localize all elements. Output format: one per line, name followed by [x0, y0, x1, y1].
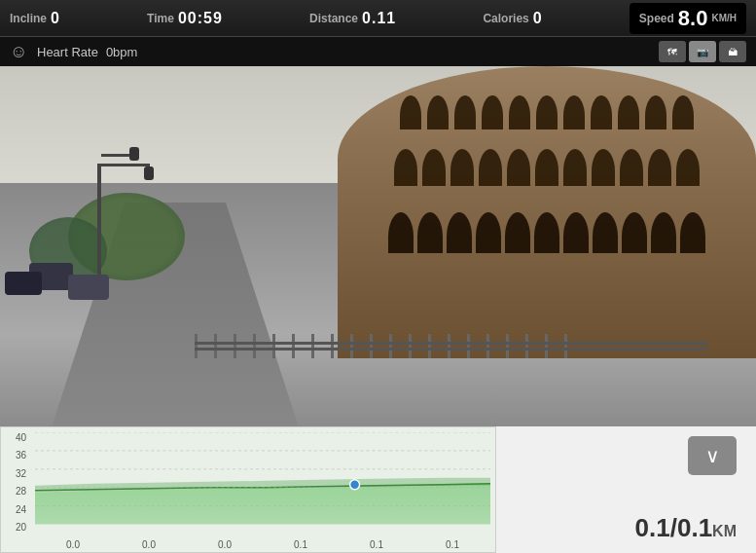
- distance-unit: KM: [712, 523, 737, 539]
- arch-row-mid: [345, 149, 748, 186]
- distance-total: 0.1: [677, 513, 712, 542]
- streetlight: [97, 164, 101, 280]
- distance-label: Distance: [309, 12, 358, 25]
- time-label: Time: [147, 12, 174, 25]
- car-3: [68, 275, 109, 300]
- distance-current: 0.1: [635, 513, 670, 542]
- speed-label: Speed: [639, 12, 674, 25]
- light-pole: [97, 164, 101, 280]
- elevation-chart: 40 36 32 28 24 20: [0, 426, 496, 553]
- colosseum-body: [338, 66, 756, 358]
- chevron-icon: ∨: [705, 444, 720, 467]
- location-marker: [350, 480, 360, 490]
- y-label-28: 28: [16, 486, 26, 497]
- map-button-group[interactable]: 🗺 📷 🏔: [659, 41, 746, 62]
- x-axis: 0.0 0.0 0.0 0.1 0.1 0.1: [35, 539, 490, 550]
- header-bar: Incline 0 Time 00:59 Distance 0.11 Calor…: [0, 0, 756, 37]
- chart-svg: [35, 432, 490, 525]
- y-label-32: 32: [16, 468, 26, 479]
- streetview-area: [0, 66, 756, 436]
- heart-rate-info: ☺ Heart Rate 0bpm: [10, 42, 137, 61]
- light-head-1: [144, 166, 154, 180]
- time-value: 00:59: [178, 10, 223, 27]
- heart-rate-label: Heart Rate: [37, 45, 98, 59]
- arch-row-bot: [338, 212, 756, 253]
- x-label-3: 0.0: [218, 539, 232, 550]
- calories-label: Calories: [483, 12, 528, 25]
- heart-icon: ☺: [10, 42, 29, 61]
- heart-rate-bar: ☺ Heart Rate 0bpm 🗺 📷 🏔: [0, 37, 756, 66]
- y-label-36: 36: [16, 450, 26, 461]
- distance-display: 0.1/0.1KM: [635, 513, 737, 543]
- speed-value: 8.0: [678, 6, 708, 31]
- street-view-button[interactable]: 📷: [689, 41, 716, 62]
- y-label-40: 40: [16, 432, 26, 443]
- calories-group: Calories 0: [483, 10, 542, 27]
- distance-value: 0.11: [362, 10, 396, 27]
- incline-group: Incline 0: [10, 10, 60, 27]
- arch-row-top: [352, 95, 741, 129]
- terrain-view-button[interactable]: 🏔: [719, 41, 746, 62]
- light-head-2: [129, 147, 139, 161]
- fence: [195, 334, 707, 358]
- x-label-2: 0.0: [142, 539, 156, 550]
- speed-group: Speed 8.0 KM/H: [630, 3, 746, 34]
- speed-unit: KM/H: [711, 14, 737, 23]
- y-axis: 40 36 32 28 24 20: [1, 432, 30, 533]
- car-2: [5, 272, 42, 295]
- right-panel: ∨ 0.1/0.1KM: [496, 426, 756, 553]
- colosseum: [338, 66, 756, 358]
- x-label-1: 0.0: [66, 539, 80, 550]
- y-label-24: 24: [16, 504, 26, 515]
- incline-value: 0: [51, 10, 60, 27]
- heart-rate-value: 0bpm: [106, 45, 138, 59]
- bottom-panel: 40 36 32 28 24 20: [0, 426, 756, 553]
- light-arm-1: [101, 164, 150, 166]
- incline-label: Incline: [10, 12, 47, 25]
- x-label-4: 0.1: [294, 539, 307, 550]
- map-view-button[interactable]: 🗺: [659, 41, 686, 62]
- x-label-6: 0.1: [446, 539, 459, 550]
- distance-group: Distance 0.11: [309, 10, 396, 27]
- x-label-5: 0.1: [370, 539, 383, 550]
- light-arm-2: [101, 154, 135, 157]
- y-label-20: 20: [16, 522, 26, 533]
- calories-value: 0: [533, 10, 543, 27]
- time-group: Time 00:59: [147, 10, 223, 27]
- chevron-button[interactable]: ∨: [688, 436, 737, 475]
